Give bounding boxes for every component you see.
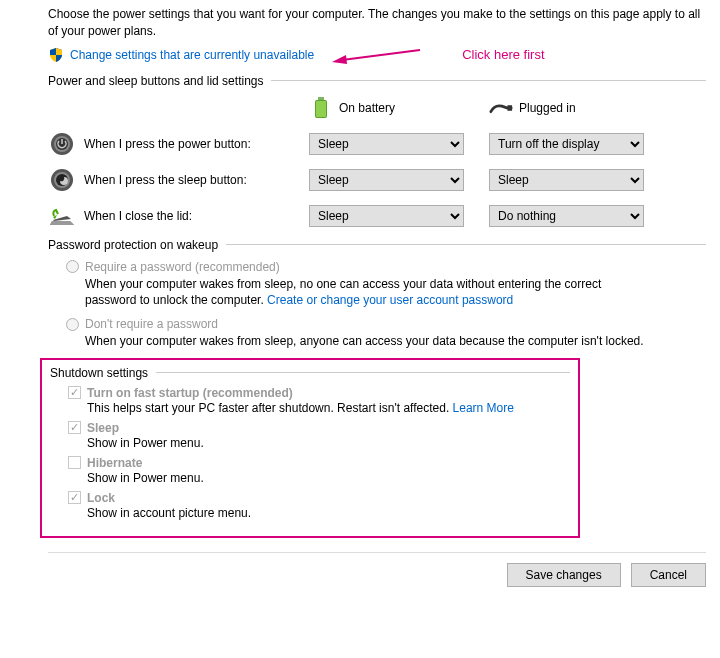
lid-plugged-select[interactable]: Do nothingSleepHibernateShut downTurn of… [489,205,644,227]
require-password-desc: When your computer wakes from sleep, no … [85,276,655,310]
svg-rect-4 [316,101,326,117]
sleep-battery-select[interactable]: Do nothingSleepHibernateShut downTurn of… [309,169,464,191]
annotation-text: Click here first [462,47,544,62]
sleep-plugged-select[interactable]: Do nothingSleepHibernateShut downTurn of… [489,169,644,191]
require-password-radio [66,260,79,273]
shield-icon [48,47,64,63]
plug-icon [489,96,513,120]
lock-checkbox: ✓ [68,491,81,504]
section-shutdown: Shutdown settings [50,366,570,382]
lock-desc: Show in account picture menu. [87,506,570,520]
change-settings-link[interactable]: Change settings that are currently unava… [70,48,314,62]
shutdown-highlight-box: Shutdown settings ✓ Turn on fast startup… [40,358,580,538]
section-buttons-lid: Power and sleep buttons and lid settings [48,74,706,90]
svg-line-0 [342,50,420,60]
power-plugged-select[interactable]: Do nothingSleepHibernateShut downTurn of… [489,133,644,155]
sleep-chk-label: Sleep [87,421,119,435]
hibernate-label: Hibernate [87,456,142,470]
hibernate-desc: Show in Power menu. [87,471,570,485]
save-button[interactable]: Save changes [507,563,621,587]
learn-more-link[interactable]: Learn More [453,401,514,415]
svg-marker-1 [332,55,347,64]
cancel-button[interactable]: Cancel [631,563,706,587]
col-battery-label: On battery [339,101,395,115]
no-password-desc: When your computer wakes from sleep, any… [85,333,655,350]
intro-text: Choose the power settings that you want … [48,6,706,40]
require-password-label: Require a password (recommended) [85,260,280,274]
create-password-link[interactable]: Create or change your user account passw… [267,293,513,307]
lock-label: Lock [87,491,115,505]
sleep-chk-desc: Show in Power menu. [87,436,570,450]
fast-startup-label: Turn on fast startup (recommended) [87,386,293,400]
svg-rect-5 [507,105,512,111]
col-plugged-label: Plugged in [519,101,576,115]
annotation-arrow-icon [332,46,422,64]
hibernate-checkbox [68,456,81,469]
sleep-button-label: When I press the sleep button: [84,173,309,187]
power-button-label: When I press the power button: [84,137,309,151]
sleep-checkbox: ✓ [68,421,81,434]
lid-battery-select[interactable]: Do nothingSleepHibernateShut downTurn of… [309,205,464,227]
no-password-label: Don't require a password [85,317,218,331]
battery-icon [309,96,333,120]
svg-rect-2 [318,97,324,100]
no-password-radio [66,318,79,331]
fast-startup-desc: This helps start your PC faster after sh… [87,401,570,415]
lid-label: When I close the lid: [84,209,309,223]
lid-icon [48,202,76,230]
power-button-icon [48,130,76,158]
fast-startup-checkbox: ✓ [68,386,81,399]
section-password: Password protection on wakeup [48,238,706,254]
power-battery-select[interactable]: Do nothingSleepHibernateShut downTurn of… [309,133,464,155]
sleep-button-icon [48,166,76,194]
